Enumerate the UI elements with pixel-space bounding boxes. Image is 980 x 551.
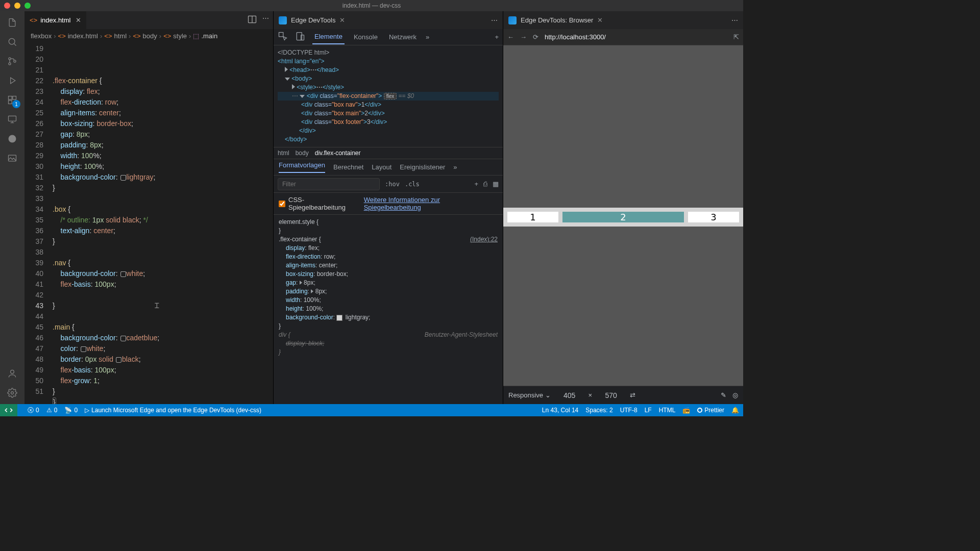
screenshot-icon[interactable]: ◎ (732, 391, 738, 399)
extensions-icon[interactable]: 1 (5, 93, 19, 107)
forward-icon[interactable]: → (520, 33, 527, 41)
selected-dom-node[interactable]: ⋯ <div class="flex-container"> flex == $… (278, 92, 499, 101)
close-window[interactable] (4, 3, 10, 9)
split-editor-icon[interactable] (247, 14, 257, 26)
browser-tab-label[interactable]: Edge DevTools: Browser (521, 16, 593, 24)
warnings-count[interactable]: ⚠ 0 (46, 407, 58, 414)
ports-count[interactable]: 📡 0 (64, 407, 78, 414)
inspect-icon[interactable] (278, 31, 288, 43)
chevron-right-icon[interactable]: » (453, 163, 457, 171)
mirror-checkbox[interactable] (279, 201, 285, 207)
close-icon[interactable]: ✕ (339, 16, 345, 24)
go-live-icon[interactable]: 📻 (682, 407, 690, 414)
styles-filter-row: :hov .cls + ⎙ ▦ (274, 176, 503, 193)
rendered-box-footer: 3 (688, 212, 739, 222)
rendered-box-main: 2 (562, 212, 684, 222)
settings-gear-icon[interactable] (5, 386, 19, 400)
new-rule-icon[interactable]: + (474, 180, 478, 188)
svg-point-8 (9, 135, 16, 143)
print-icon[interactable]: ⎙ (483, 180, 487, 188)
device-select[interactable]: Responsive ⌄ (508, 391, 551, 399)
svg-point-11 (11, 392, 14, 394)
code-content[interactable]: Ꮖ .flex-container { display: flex; flex-… (53, 42, 273, 404)
close-icon[interactable]: ✕ (76, 16, 81, 24)
search-icon[interactable] (5, 35, 19, 49)
more-icon[interactable]: ⋯ (731, 16, 738, 24)
explorer-icon[interactable] (5, 15, 19, 30)
edge-tools-icon[interactable] (5, 132, 19, 146)
cls-toggle[interactable]: .cls (405, 181, 420, 188)
eol-info[interactable]: LF (645, 407, 652, 414)
account-icon[interactable] (5, 366, 19, 381)
errors-count[interactable]: ⓧ 0 (28, 406, 39, 415)
source-control-icon[interactable] (5, 54, 19, 68)
dom-breadcrumb[interactable]: html body div.flex-container (274, 147, 503, 159)
tab-ereignislistener[interactable]: Ereignislistener (400, 163, 445, 171)
launch-edge-button[interactable]: ▷ Launch Microsoft Edge and open the Edg… (85, 407, 261, 414)
devtools-tab-label[interactable]: Edge DevTools (291, 16, 335, 24)
add-tab-icon[interactable]: + (495, 33, 499, 41)
tab-berechnet[interactable]: Berechnet (333, 163, 363, 171)
close-icon[interactable]: ✕ (597, 16, 603, 24)
window-title: index.html — dev-css (342, 2, 401, 9)
tab-elemente[interactable]: Elemente (312, 30, 345, 44)
maximize-window[interactable] (24, 3, 31, 9)
activity-bar: 1 (0, 11, 24, 404)
status-bar: ⓧ 0 ⚠ 0 📡 0 ▷ Launch Microsoft Edge and … (0, 404, 743, 416)
code-editor[interactable]: 1920212223242526272829303132333435363738… (24, 42, 273, 404)
browser-tab-row: Edge DevTools: Browser ✕ ⋯ (503, 11, 743, 29)
titlebar: index.html — dev-css (0, 0, 743, 11)
tab-layout[interactable]: Layout (372, 163, 391, 171)
file-tab-index[interactable]: <> index.html ✕ (24, 11, 86, 29)
tab-formatvorlagen[interactable]: Formatvorlagen (279, 161, 325, 173)
minimize-window[interactable] (14, 3, 20, 9)
indent-info[interactable]: Spaces: 2 (585, 407, 612, 414)
chevron-down-icon: ⌄ (545, 391, 551, 399)
svg-point-3 (14, 60, 16, 62)
browser-toolbar: ← → ⟳ http://localhost:3000/ ⇱ (503, 29, 743, 45)
mirror-link[interactable]: Weitere Informationen zur Spiegelbearbei… (364, 196, 498, 211)
url-bar[interactable]: http://localhost:3000/ (545, 33, 727, 41)
times-icon: × (589, 391, 593, 399)
rule-source-link[interactable]: (Index):22 (470, 235, 498, 244)
chevron-right-icon[interactable]: » (426, 33, 429, 41)
styles-filter-input[interactable] (278, 178, 380, 190)
svg-point-10 (11, 370, 14, 373)
dom-tree[interactable]: <!DOCTYPE html> <html lang="en"> <head>⋯… (274, 45, 503, 147)
back-icon[interactable]: ← (507, 33, 514, 41)
more-icon[interactable]: ⋯ (491, 16, 498, 24)
remote-button[interactable] (0, 404, 17, 416)
devtools-panel: Edge DevTools ✕ ⋯ Elemente Konsole Netzw… (273, 11, 503, 404)
reload-icon[interactable]: ⟳ (533, 33, 538, 41)
computed-panel-icon[interactable]: ▦ (493, 180, 499, 188)
browser-viewport: 1 2 3 (503, 45, 743, 386)
hov-toggle[interactable]: :hov (385, 181, 400, 188)
rendered-flex-container: 1 2 3 (503, 208, 743, 227)
encoding-info[interactable]: UTF-8 (620, 407, 638, 414)
tab-konsole[interactable]: Konsole (352, 30, 380, 44)
styles-rules[interactable]: element.style { } (Index):22.flex-contai… (274, 215, 503, 404)
editor-tabs: <> index.html ✕ ⋯ (24, 11, 273, 29)
rotate-icon[interactable]: ⇄ (630, 391, 635, 399)
notifications-icon[interactable]: 🔔 (731, 407, 739, 414)
text-cursor-icon: Ꮖ (155, 300, 159, 311)
line-gutter: 1920212223242526272829303132333435363738… (24, 42, 53, 404)
prettier-status[interactable]: Prettier (697, 407, 724, 414)
viewport-width-input[interactable] (557, 391, 582, 399)
more-icon[interactable]: ⋯ (262, 14, 269, 26)
cursor-position[interactable]: Ln 43, Col 14 (542, 407, 578, 414)
viewport-height-input[interactable] (598, 391, 624, 399)
tab-netzwerk[interactable]: Netzwerk (387, 30, 419, 44)
open-external-icon[interactable]: ⇱ (733, 33, 739, 41)
image-icon[interactable] (5, 151, 19, 165)
remote-explorer-icon[interactable] (5, 112, 19, 127)
svg-rect-13 (279, 33, 283, 37)
rendered-box-nav: 1 (507, 212, 558, 222)
devtools-tab-row: Edge DevTools ✕ ⋯ (274, 11, 503, 29)
eyedropper-icon[interactable]: ✎ (721, 391, 726, 399)
device-icon[interactable] (295, 31, 305, 43)
language-mode[interactable]: HTML (659, 407, 676, 414)
run-debug-icon[interactable] (5, 73, 19, 88)
breadcrumb[interactable]: flexbox› <> index.html› <> html› <> body… (24, 29, 273, 42)
editor-panel: <> index.html ✕ ⋯ flexbox› <> index.html… (24, 11, 273, 404)
